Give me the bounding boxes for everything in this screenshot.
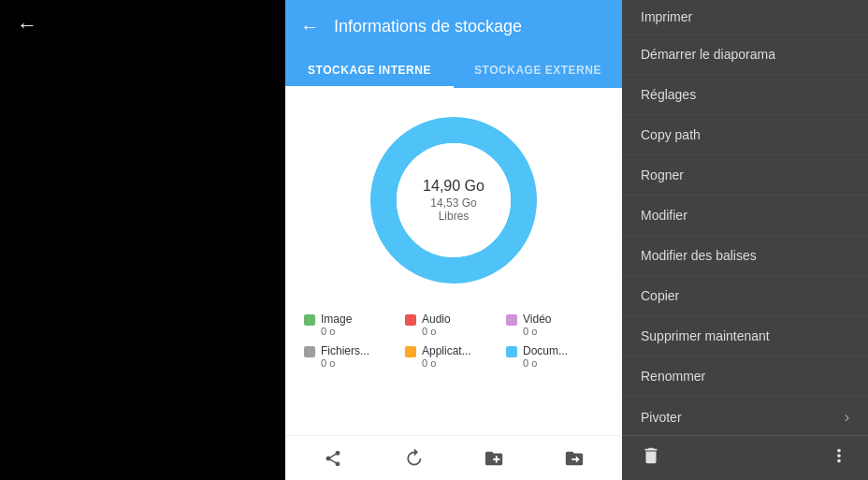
donut-free: 14,53 Go Libres [423,196,485,223]
chart-area: 14,90 Go 14,53 Go Libres Image 0 o Audio [285,88,622,435]
donut-center-text: 14,90 Go 14,53 Go Libres [423,178,485,223]
legend-value-audio: 0 o [422,326,451,337]
legend-item-image: Image 0 o [304,313,401,337]
menu-item-diaporama[interactable]: Démarrer le diaporama [622,35,868,75]
menu-item-renommer[interactable]: Renommer [622,356,868,397]
menu-item-pivoter[interactable]: Pivoter › [622,397,868,439]
donut-total: 14,90 Go [423,178,485,195]
legend-item-documents: Docum... 0 o [506,344,603,369]
menu-item-copy-path[interactable]: Copy path [622,115,868,155]
legend-dot-applications [405,346,416,357]
legend-dot-audio [405,314,416,326]
legend-item-audio: Audio 0 o [405,313,502,337]
menu-item-supprimer[interactable]: Supprimer maintenant [622,316,868,356]
legend-value-applications: 0 o [422,357,471,369]
legend-label-documents: Docum... [523,344,568,357]
legend-value-documents: 0 o [523,357,568,369]
share-icon[interactable] [314,440,352,477]
history-icon[interactable] [395,440,432,477]
tab-stockage-interne[interactable]: STOCKAGE INTERNE [285,52,454,86]
menu-item-rogner[interactable]: Rogner [622,155,868,196]
menu-item-modifier-balises[interactable]: Modifier des balises [622,236,868,276]
legend-dot-image [304,314,315,326]
legend-value-image: 0 o [321,326,352,337]
tab-stockage-externe[interactable]: STOCKAGE EXTERNE [454,52,622,86]
more-icon[interactable] [829,445,849,471]
bottom-toolbar [285,435,622,480]
context-bottom-bar [622,435,868,480]
header-title: Informations de stockage [334,17,522,36]
menu-item-copier[interactable]: Copier [622,276,868,316]
legend-label-fichiers: Fichiers... [321,344,369,357]
legend-grid: Image 0 o Audio 0 o Vidéo 0 o [300,313,607,369]
menu-item-imprimer[interactable]: Imprimer [622,0,868,35]
folder-add-icon[interactable] [475,440,513,477]
legend-dot-fichiers [304,346,315,357]
legend-value-video: 0 o [523,326,551,337]
donut-chart: 14,90 Go 14,53 Go Libres [360,107,547,294]
legend-label-applications: Applicat... [422,344,471,357]
legend-label-video: Vidéo [523,313,551,326]
legend-item-applications: Applicat... 0 o [405,344,502,369]
legend-dot-video [506,314,517,326]
legend-item-video: Vidéo 0 o [506,313,603,337]
folder-up-icon[interactable] [556,440,593,477]
legend-dot-documents [506,346,517,357]
menu-item-reglages[interactable]: Réglages [622,75,868,115]
legend-item-fichiers: Fichiers... 0 o [304,344,401,369]
phone-card: ← Informations de stockage STOCKAGE INTE… [285,0,622,480]
legend-label-audio: Audio [422,313,451,326]
header-back-button[interactable]: ← [300,16,319,37]
header-bar: ← Informations de stockage [285,0,622,52]
legend-label-image: Image [321,313,352,326]
menu-item-modifier[interactable]: Modifier [622,196,868,236]
context-menu: Imprimer Démarrer le diaporama Réglages … [622,0,868,480]
legend-value-fichiers: 0 o [321,357,369,369]
tabs-container: STOCKAGE INTERNE STOCKAGE EXTERNE [285,52,622,88]
chevron-right-icon: › [845,409,849,426]
delete-icon[interactable] [641,445,661,471]
main-back-arrow[interactable]: ← [17,13,37,37]
